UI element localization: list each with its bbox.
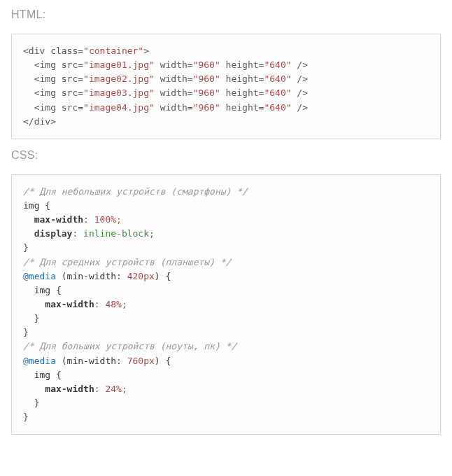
code-line: @media (min-width: 760px) { [23, 356, 171, 366]
css-code-block: /* Для небольших устройств (смартфоны) *… [11, 174, 441, 435]
code-line: @media (min-width: 420px) { [23, 271, 171, 281]
code-comment: /* Для средних устройств (планшеты) */ [23, 257, 231, 267]
code-line: </div> [23, 116, 56, 127]
code-line: max-width: 100%; [23, 214, 122, 225]
code-line: } [23, 398, 39, 408]
html-label: HTML: [11, 8, 441, 21]
code-line: img { [23, 285, 62, 295]
css-label: CSS: [11, 149, 441, 162]
code-line: <img src="image04.jpg" width="960" heigh… [23, 102, 308, 113]
code-line: } [23, 412, 29, 422]
code-line: img { [23, 200, 50, 211]
code-line: <div class="container"> [23, 46, 149, 56]
page: HTML: <div class="container"> <img src="… [0, 0, 452, 461]
code-line: max-width: 24%; [23, 384, 127, 394]
code-line: display: inline-block; [23, 228, 155, 239]
html-code-block: <div class="container"> <img src="image0… [11, 34, 441, 139]
code-line: img { [23, 370, 62, 380]
code-line: } [23, 242, 29, 253]
code-comment: /* Для небольших устройств (смартфоны) *… [23, 186, 248, 197]
code-line: <img src="image01.jpg" width="960" heigh… [23, 59, 308, 70]
code-line: <img src="image02.jpg" width="960" heigh… [23, 74, 308, 84]
code-line: } [23, 313, 39, 323]
code-line: <img src="image03.jpg" width="960" heigh… [23, 88, 308, 98]
code-line: max-width: 48%; [23, 299, 127, 309]
code-comment: /* Для больших устройств (ноуты, пк) */ [23, 341, 236, 351]
code-line: } [23, 327, 29, 337]
